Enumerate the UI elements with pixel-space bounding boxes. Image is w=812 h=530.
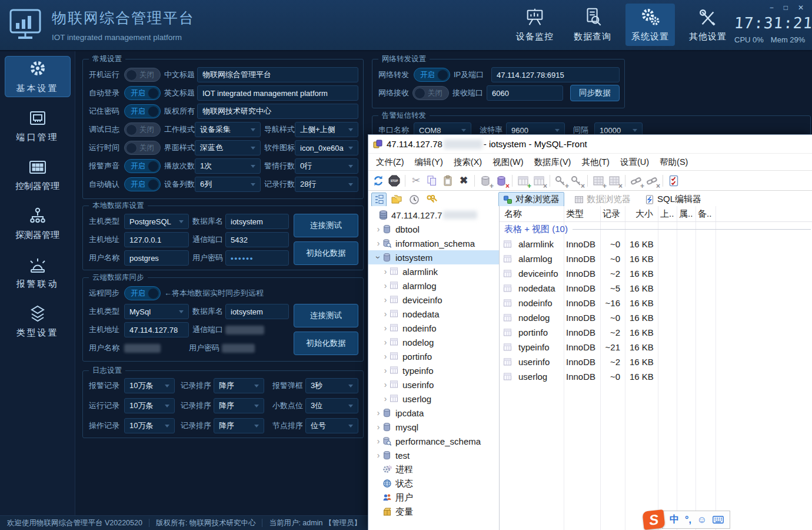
nav-data-query[interactable]: 数据查询	[568, 4, 617, 46]
history-clock-icon[interactable]	[407, 193, 422, 207]
column-header-records[interactable]: 记录	[600, 208, 625, 220]
expand-arrow[interactable]: ›	[381, 366, 390, 375]
decimal-places-select[interactable]: 3位	[305, 398, 358, 413]
menu-view[interactable]: 视图(W)	[487, 155, 528, 170]
local-db-name-input[interactable]	[225, 214, 289, 229]
sidebar-item-basic-settings[interactable]: 基本设置	[5, 56, 71, 97]
tree-item-alarmlink[interactable]: › alarmlink	[368, 264, 499, 279]
emoji-icon[interactable]: ☺	[697, 515, 707, 525]
alert-rows-select[interactable]: 0行	[295, 158, 358, 174]
tree-item-nodelog[interactable]: › nodelog	[368, 335, 499, 349]
menu-file[interactable]: 文件(Z)	[371, 155, 410, 170]
menu-database[interactable]: 数据库(V)	[529, 155, 577, 170]
menu-search[interactable]: 搜索(X)	[448, 155, 487, 170]
expand-arrow[interactable]: ›	[381, 281, 390, 290]
cloud-port-redacted[interactable]	[225, 326, 264, 334]
cloud-username-redacted[interactable]	[124, 344, 161, 353]
ip-port-input[interactable]	[491, 67, 620, 82]
keyboard-icon[interactable]	[713, 516, 724, 524]
runtime-toggle[interactable]: 关闭	[124, 141, 161, 155]
expand-arrow[interactable]: ›	[374, 422, 382, 432]
menu-settings[interactable]: 设置(U)	[615, 155, 654, 170]
cloud-init-data-button[interactable]: 初始化数据	[294, 332, 358, 355]
mysql-title-bar[interactable]: 47.114.127.78- iotsystem - MySQL-Front	[368, 135, 812, 153]
chinese-title-input[interactable]	[197, 67, 358, 82]
table-row-portinfo[interactable]: portinfo InnoDB~216 KB	[500, 325, 812, 340]
table-row-alarmlink[interactable]: alarmlink InnoDB~016 KB	[500, 237, 812, 251]
tree-item-server[interactable]: 47.114.127.7	[368, 208, 499, 222]
nav-other-settings[interactable]: 其他设置	[683, 4, 733, 46]
expand-arrow[interactable]: ›	[374, 238, 382, 248]
sidebar-item-detector-management[interactable]: 探测器管理	[5, 203, 71, 244]
net-forward-toggle[interactable]: 开启	[414, 68, 450, 82]
device-columns-select[interactable]: 6列	[195, 177, 261, 192]
tree-item-mysql[interactable]: › mysql	[368, 420, 499, 434]
column-header-attributes[interactable]: 属..	[677, 208, 695, 220]
table-row-nodeinfo[interactable]: nodeinfo InnoDB~1616 KB	[500, 296, 812, 310]
tree-item-alarmlog[interactable]: › alarmlog	[368, 279, 499, 293]
expand-arrow[interactable]: ›	[374, 450, 382, 460]
tree-item-nodeinfo[interactable]: › nodeinfo	[368, 321, 499, 335]
expand-arrow[interactable]: ›	[381, 380, 390, 389]
delete-icon[interactable]: ✖	[456, 173, 471, 188]
alarm-sort-select[interactable]: 降序	[214, 378, 264, 393]
expand-arrow[interactable]: ›	[381, 337, 390, 347]
menu-extras[interactable]: 其他(T)	[576, 155, 615, 170]
node-sort-select[interactable]: 位号	[305, 418, 358, 433]
local-port-input[interactable]	[225, 232, 289, 247]
run-sort-select[interactable]: 降序	[214, 398, 264, 413]
auto-confirm-toggle[interactable]: 开启	[124, 177, 161, 191]
add-field-icon[interactable]: +	[553, 173, 568, 188]
tree-item-ipcdata[interactable]: › ipcdata	[368, 406, 499, 420]
tree-item-variables[interactable]: 变量	[368, 505, 499, 519]
ime-punctuation-toggle[interactable]: °,	[685, 515, 691, 525]
tree-item-users[interactable]: 用户	[368, 491, 499, 505]
tab-object-browser[interactable]: 对象浏览器	[498, 192, 564, 207]
net-receive-toggle[interactable]: 关闭	[412, 86, 449, 100]
drop-index-icon[interactable]: ×	[607, 173, 622, 188]
drop-database-icon[interactable]: ×	[494, 173, 509, 188]
alarm-sound-toggle[interactable]: 开启	[124, 159, 161, 173]
alarm-popup-select[interactable]: 3秒	[305, 378, 358, 393]
remote-sync-toggle[interactable]: 开启	[124, 286, 161, 300]
tree-item-iotsystem[interactable]: › iotsystem	[368, 250, 499, 264]
ui-style-select[interactable]: 深蓝色	[195, 140, 261, 155]
english-title-input[interactable]	[197, 85, 358, 101]
table-row-alarmlog[interactable]: alarmlog InnoDB~016 KB	[500, 251, 812, 266]
expand-arrow[interactable]: ›	[381, 267, 390, 276]
minimize-button[interactable]: −	[770, 4, 774, 12]
tree-item-performance-schema[interactable]: › performance_schema	[368, 434, 499, 448]
table-row-deviceinfo[interactable]: deviceinfo InnoDB~216 KB	[500, 266, 812, 281]
add-database-icon[interactable]: +	[478, 173, 493, 188]
column-header-type[interactable]: 类型	[564, 208, 600, 220]
auto-login-toggle[interactable]: 开启	[124, 86, 161, 100]
column-header-size[interactable]: 大小	[625, 208, 658, 220]
sidebar-item-port-management[interactable]: 端口管理	[5, 105, 71, 146]
software-icon-select[interactable]: icon_0xe60a	[295, 140, 358, 155]
menu-edit[interactable]: 编辑(Y)	[410, 155, 448, 170]
add-table-icon[interactable]: +	[515, 173, 531, 188]
collapse-arrow[interactable]: ›	[374, 253, 383, 261]
expand-arrow[interactable]: ›	[381, 309, 390, 319]
sogou-logo-icon[interactable]: S	[642, 509, 665, 530]
copyright-input[interactable]	[197, 104, 358, 119]
nav-style-select[interactable]: 上侧+上侧	[295, 122, 358, 137]
op-sort-select[interactable]: 降序	[214, 418, 264, 433]
paste-icon[interactable]	[440, 173, 455, 188]
maximize-button[interactable]: □	[784, 4, 788, 12]
local-username-input[interactable]	[124, 250, 189, 266]
table-row-nodelog[interactable]: nodelog InnoDB~016 KB	[500, 310, 812, 325]
cloud-connect-test-button[interactable]: 连接测试	[294, 304, 358, 327]
local-host-type-select[interactable]: PostgreSQL	[124, 214, 189, 229]
tree-item-processes[interactable]: 进程	[368, 462, 499, 476]
cloud-host-type-select[interactable]: MySql	[124, 304, 189, 319]
tree-item-dbtool[interactable]: › dbtool	[368, 222, 499, 236]
expand-arrow[interactable]: ›	[381, 295, 390, 304]
boot-run-toggle[interactable]: 关闭	[124, 68, 161, 82]
table-row-userinfo[interactable]: userinfo InnoDB~216 KB	[500, 355, 812, 369]
play-count-select[interactable]: 1次	[195, 158, 261, 174]
alarm-record-select[interactable]: 10万条	[124, 378, 175, 393]
local-init-data-button[interactable]: 初始化数据	[294, 241, 358, 265]
tree-item-userinfo[interactable]: › userinfo	[368, 377, 499, 392]
cloud-password-redacted[interactable]	[222, 344, 255, 353]
